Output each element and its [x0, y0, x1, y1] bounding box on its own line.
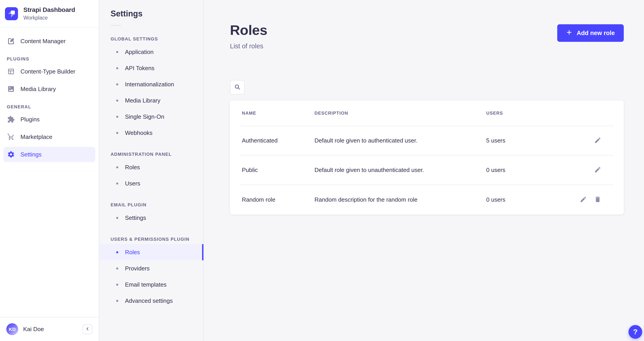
nav-item-label: Media Library: [20, 86, 56, 92]
puzzle-icon: [7, 115, 15, 124]
settings-subnav: Settings GLOBAL SETTINGS Application API…: [99, 0, 204, 341]
search-button[interactable]: [230, 80, 244, 95]
subnav-item-single-sign-on[interactable]: Single Sign-On: [99, 108, 204, 125]
roles-table-card: NAME DESCRIPTION USERS Authenticated Def…: [230, 100, 624, 214]
edit-icon: [594, 166, 601, 174]
nav-item-content-type-builder[interactable]: Content-Type Builder: [3, 64, 95, 79]
subnav-item-label: Application: [125, 48, 154, 56]
subnav-item-label: Roles: [125, 249, 140, 256]
user-name: Kai Doe: [23, 326, 44, 333]
bullet-icon: [116, 100, 118, 102]
edit-role-button[interactable]: [594, 137, 602, 145]
subnav-item-providers[interactable]: Providers: [99, 260, 204, 276]
table-toolbar: [230, 80, 624, 95]
subnav-item-label: Users: [125, 180, 140, 187]
row-actions: [594, 166, 602, 174]
subnav-title: Settings: [110, 9, 204, 18]
bullet-icon: [116, 217, 118, 219]
row-actions: [579, 196, 602, 204]
bullet-icon: [116, 300, 118, 302]
question-mark-icon: ?: [633, 328, 638, 336]
subnav-item-email-templates[interactable]: Email templates: [99, 276, 204, 293]
gear-icon: [7, 150, 15, 158]
roles-page: Roles List of roles Add new role: [204, 0, 644, 341]
subnav-section-label: GLOBAL SETTINGS: [110, 36, 204, 42]
edit-icon: [594, 137, 601, 144]
table-row-authenticated[interactable]: Authenticated Default role given to auth…: [240, 126, 614, 156]
bullet-icon: [116, 116, 118, 118]
role-description: Default role given to unauthenticated us…: [314, 166, 486, 174]
add-new-role-button[interactable]: Add new role: [557, 24, 624, 42]
main-sidebar: Strapi Dashboard Workplace Content Manag…: [0, 0, 99, 341]
subnav-item-up-roles[interactable]: Roles: [99, 244, 204, 260]
column-header-description: DESCRIPTION: [314, 110, 486, 116]
avatar[interactable]: KD: [6, 323, 18, 335]
edit-role-button[interactable]: [579, 196, 587, 204]
role-description: Random description for the random role: [314, 196, 486, 203]
delete-role-button[interactable]: [594, 196, 602, 204]
subnav-item-label: Advanced settings: [125, 298, 173, 304]
brand-text: Strapi Dashboard Workplace: [24, 6, 75, 21]
role-name: Random role: [242, 196, 314, 203]
page-header: Roles List of roles Add new role: [230, 22, 624, 50]
nav-item-label: Settings: [20, 151, 42, 158]
subnav-section-administration-panel: ADMINISTRATION PANEL Roles Users: [99, 152, 204, 192]
nav-item-label: Content-Type Builder: [20, 68, 75, 75]
subnav-section-label: USERS & PERMISSIONS PLUGIN: [110, 237, 204, 242]
subnav-item-label: Internationalization: [125, 81, 174, 88]
subnav-item-label: API Tokens: [125, 65, 154, 72]
bullet-icon: [116, 51, 118, 53]
page-title: Roles: [230, 22, 267, 38]
workspace-brand[interactable]: Strapi Dashboard Workplace: [0, 0, 99, 28]
subnav-section-global-settings: GLOBAL SETTINGS Application API Tokens I…: [99, 36, 204, 141]
subnav-item-api-tokens[interactable]: API Tokens: [99, 60, 204, 76]
nav-item-media-library[interactable]: Media Library: [3, 81, 95, 97]
page-subtitle: List of roles: [230, 42, 267, 50]
table-header-row: NAME DESCRIPTION USERS: [240, 100, 614, 126]
subnav-item-webhooks[interactable]: Webhooks: [99, 125, 204, 141]
subnav-item-application[interactable]: Application: [99, 44, 204, 60]
pen-write-icon: [7, 37, 15, 45]
image-icon: [7, 85, 15, 93]
chevron-left-icon: [85, 326, 90, 332]
bullet-icon: [116, 166, 118, 168]
nav-item-plugins[interactable]: Plugins: [3, 112, 95, 127]
sidebar-footer: KD Kai Doe: [0, 317, 99, 341]
workspace-name: Workplace: [24, 15, 75, 21]
nav-item-content-manager[interactable]: Content Manager: [3, 34, 95, 49]
subnav-item-label: Webhooks: [125, 130, 152, 136]
nav-section-general: GENERAL: [7, 104, 92, 110]
subnav-item-media-library[interactable]: Media Library: [99, 92, 204, 108]
main-nav-list: Content Manager PLUGINS Content-Type Bui…: [0, 28, 99, 164]
subnav-section-users-permissions-plugin: USERS & PERMISSIONS PLUGIN Roles Provide…: [99, 237, 204, 309]
role-users-count: 5 users: [486, 137, 594, 144]
subnav-item-label: Providers: [125, 265, 150, 272]
subnav-item-email-settings[interactable]: Settings: [99, 210, 204, 226]
add-new-role-label: Add new role: [576, 30, 615, 37]
subnav-item-admin-users[interactable]: Users: [99, 175, 204, 192]
edit-role-button[interactable]: [594, 166, 602, 174]
subnav-section-email-plugin: EMAIL PLUGIN Settings: [99, 202, 204, 226]
role-name: Public: [242, 166, 314, 174]
collapse-sidebar-button[interactable]: [82, 324, 92, 334]
column-header-users: USERS: [486, 110, 602, 116]
role-users-count: 0 users: [486, 196, 579, 203]
help-button[interactable]: ?: [628, 325, 642, 339]
nav-item-label: Content Manager: [20, 38, 66, 45]
nav-item-label: Plugins: [20, 116, 40, 123]
subnav-item-internationalization[interactable]: Internationalization: [99, 76, 204, 92]
subnav-item-admin-roles[interactable]: Roles: [99, 159, 204, 175]
bullet-icon: [116, 182, 118, 184]
nav-item-settings[interactable]: Settings: [3, 147, 95, 162]
delete-icon: [594, 196, 601, 204]
subnav-item-label: Email templates: [125, 281, 166, 288]
subnav-item-advanced-settings[interactable]: Advanced settings: [99, 293, 204, 309]
subnav-section-label: EMAIL PLUGIN: [110, 202, 204, 208]
table-row-random-role[interactable]: Random role Random description for the r…: [240, 185, 614, 214]
search-icon: [234, 84, 241, 91]
bullet-icon: [116, 67, 118, 69]
table-row-public[interactable]: Public Default role given to unauthentic…: [240, 156, 614, 185]
nav-spacer: [0, 164, 99, 317]
role-users-count: 0 users: [486, 166, 594, 174]
nav-item-marketplace[interactable]: Marketplace: [3, 129, 95, 144]
